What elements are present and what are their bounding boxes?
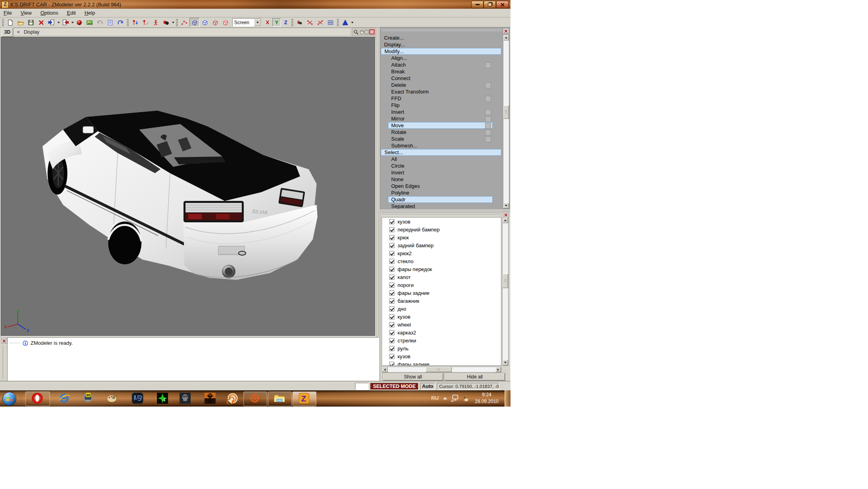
group-row[interactable]: стрелки <box>382 336 501 344</box>
axis-x-button[interactable]: X <box>264 19 271 26</box>
commands-panel-close-button[interactable] <box>503 28 509 34</box>
checkbox-checked-icon[interactable] <box>389 235 394 240</box>
group-row[interactable]: дно <box>382 305 501 313</box>
command-option-box[interactable] <box>485 116 491 122</box>
network-tray-icon[interactable] <box>450 394 459 403</box>
checkbox-checked-icon[interactable] <box>389 322 394 327</box>
zmodeler-icon[interactable]: Z <box>298 392 310 404</box>
save-button[interactable] <box>26 18 36 27</box>
menu-view[interactable]: View <box>21 10 32 16</box>
start-button[interactable] <box>2 392 16 406</box>
new-file-button[interactable] <box>5 18 15 27</box>
group-row[interactable]: wheel <box>382 321 501 329</box>
solid-view-button[interactable] <box>200 18 210 27</box>
viewport-breadcrumb[interactable]: < Display <box>13 28 351 36</box>
checkbox-checked-icon[interactable] <box>389 283 394 288</box>
command-select-quadr[interactable]: Quadr <box>381 196 501 203</box>
taskbar-grip[interactable] <box>19 393 23 404</box>
close-button[interactable] <box>496 1 509 8</box>
render-button[interactable] <box>74 18 84 27</box>
group-row[interactable]: капот <box>382 273 501 281</box>
checkbox-checked-icon[interactable] <box>389 227 394 232</box>
explorer-folder-icon[interactable] <box>273 392 285 404</box>
group-row[interactable]: кузов <box>382 352 501 360</box>
command-scale[interactable]: Scale <box>381 136 501 142</box>
resize-grip-icon[interactable] <box>505 384 510 389</box>
scroll-down-button[interactable] <box>503 203 509 208</box>
log-close-button[interactable] <box>1 338 7 344</box>
checkbox-checked-icon[interactable] <box>389 290 394 296</box>
import-button[interactable] <box>46 18 57 27</box>
command-option-box[interactable] <box>485 136 491 142</box>
skin-tool[interactable] <box>161 18 171 27</box>
command-attach[interactable]: Attach <box>381 61 501 68</box>
hide-all-button[interactable]: Hide all <box>445 373 505 380</box>
checkbox-checked-icon[interactable] <box>389 314 394 319</box>
space-mode-dropdown[interactable]: Screen <box>232 18 262 27</box>
soldier-game-icon[interactable] <box>179 392 191 404</box>
command-option-box[interactable] <box>485 130 491 136</box>
concert-app-icon[interactable] <box>204 392 216 404</box>
snap-tool[interactable] <box>294 18 305 27</box>
paint-palette-icon[interactable] <box>106 392 118 404</box>
weld-vertices-tool[interactable] <box>305 18 315 27</box>
rotate-vertices-tool[interactable] <box>140 18 151 27</box>
log-panel-grip[interactable] <box>2 345 5 378</box>
move-vertices-tool[interactable] <box>130 18 140 27</box>
command-move[interactable]: Move <box>381 122 501 129</box>
groups-scrollbar[interactable] <box>502 217 509 366</box>
export-button[interactable] <box>60 18 71 27</box>
command-mirror[interactable]: Mirror <box>381 115 501 122</box>
groups-panel-grip[interactable] <box>381 212 502 216</box>
checkbox-checked-icon[interactable] <box>389 306 394 311</box>
commands-panel-grip[interactable] <box>381 29 502 32</box>
checkbox-checked-icon[interactable] <box>389 338 394 343</box>
viewport-3d-canvas[interactable]: SILVIA y x z <box>1 37 376 336</box>
command-connect[interactable]: Connect <box>381 75 501 82</box>
commands-scrollbar[interactable] <box>503 34 509 209</box>
checkbox-checked-icon[interactable] <box>389 219 394 224</box>
command-option-box[interactable] <box>485 82 491 88</box>
scrollbar-thumb[interactable] <box>503 274 508 288</box>
axis-z-button[interactable]: Z <box>282 19 290 26</box>
command-ffd[interactable]: FFD <box>381 95 501 102</box>
group-row[interactable]: стекло <box>382 257 501 265</box>
import-dropdown[interactable] <box>57 18 60 27</box>
group-row[interactable]: пороги <box>382 281 501 289</box>
edit-nodes-tool[interactable] <box>179 18 189 27</box>
delete-button[interactable] <box>36 18 46 27</box>
bones-tool[interactable] <box>151 18 161 27</box>
group-row[interactable]: задний бампер <box>382 241 501 249</box>
menu-options[interactable]: Options <box>40 10 58 16</box>
command-insert[interactable]: Insert <box>381 109 501 115</box>
group-row[interactable]: кузов <box>382 313 501 321</box>
menu-file[interactable]: File <box>4 10 12 16</box>
minimize-button[interactable] <box>471 1 484 8</box>
scroll-right-button[interactable] <box>495 367 501 372</box>
pan-hand-icon[interactable] <box>359 29 364 35</box>
hidden-icons-arrow[interactable] <box>443 397 447 399</box>
language-indicator[interactable]: RU <box>431 395 439 401</box>
window-titlebar[interactable]: Z K'S DRIFT CAR - ZModeler ver 2.2.2 (Bu… <box>0 0 510 9</box>
toolbar-grip[interactable] <box>337 19 339 26</box>
zoom-region-icon[interactable] <box>364 29 369 35</box>
breadcrumb-back-arrow[interactable]: < <box>17 29 20 35</box>
toolbar-grip[interactable] <box>291 19 293 26</box>
material-editor-button[interactable] <box>84 18 95 27</box>
maximize-viewport-button[interactable] <box>369 29 375 34</box>
skin-dropdown[interactable] <box>171 18 175 27</box>
hscrollbar-thumb[interactable] <box>426 367 452 372</box>
group-row[interactable]: фары задние <box>382 360 501 366</box>
tray-grip[interactable] <box>423 393 428 404</box>
media-app-icon[interactable] <box>132 392 143 404</box>
zoom-icon[interactable] <box>353 29 359 35</box>
scroll-down-button[interactable] <box>503 360 508 365</box>
break-vertices-tool[interactable] <box>315 18 325 27</box>
groups-hscrollbar[interactable] <box>382 367 501 372</box>
command-rotate[interactable]: Rotate <box>381 129 501 136</box>
restore-button[interactable] <box>484 1 496 8</box>
group-row[interactable]: фары передок <box>382 265 501 273</box>
group-row[interactable]: крюк2 <box>382 249 501 257</box>
command-select-invert[interactable]: Invert <box>381 169 501 176</box>
groups-panel-close-button[interactable] <box>503 212 509 218</box>
